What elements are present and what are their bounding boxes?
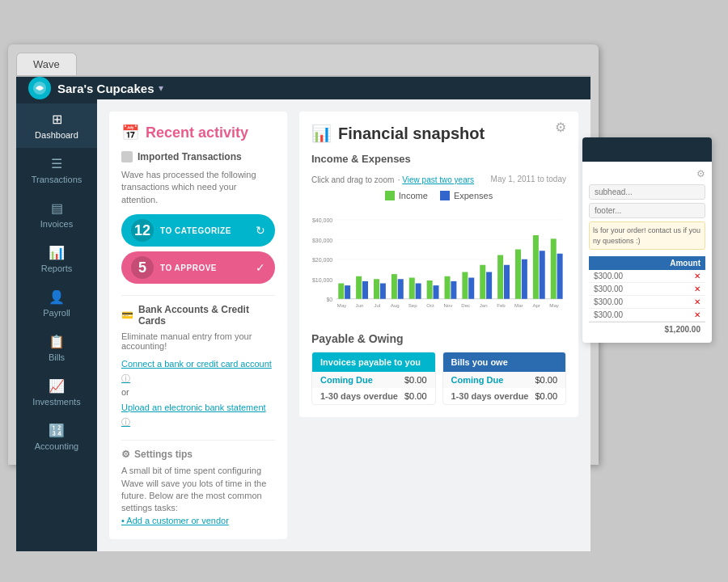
categorize-icon: ↻ — [256, 224, 265, 237]
approve-label: TO APPROVE — [160, 264, 256, 272]
svg-text:Dec: Dec — [461, 302, 470, 308]
app-logo — [28, 77, 51, 99]
svg-rect-35 — [551, 238, 557, 298]
upload-statement-link[interactable]: Upload an electronic bank statement ⓘ — [121, 403, 266, 427]
row2-amount: $300.00 — [594, 285, 623, 293]
bar-chart: $40,000 $30,000 $20,000 $10,000 $0 — [311, 207, 566, 320]
approve-button[interactable]: 5 TO APPROVE ✓ — [121, 251, 275, 284]
invoices-overdue-label: 1-30 days overdue — [320, 391, 398, 401]
sidebar-item-label: Bills — [49, 352, 65, 362]
sidebar-item-bills[interactable]: 📋 Bills — [16, 326, 97, 370]
categorize-button[interactable]: 12 TO CATEGORIZE ↻ — [121, 214, 275, 247]
sidebar-item-label: Investments — [32, 397, 80, 407]
overlay-subhead-input[interactable] — [589, 184, 705, 200]
sidebar: ⊞ Dashboard ☰ Transactions ▤ Invoices 📊 … — [16, 99, 97, 551]
svg-rect-23 — [445, 276, 451, 299]
svg-text:$10,000: $10,000 — [312, 277, 332, 283]
sidebar-item-label: Accounting — [35, 441, 78, 451]
svg-rect-21 — [427, 280, 433, 299]
reports-icon: 📊 — [49, 245, 65, 260]
or-text: or — [121, 387, 275, 397]
browser-tab[interactable]: Wave — [16, 53, 77, 75]
bills-owe-col: Bills you owe Coming Due $0.00 1-30 days… — [442, 352, 567, 405]
table-row: $300.00 ✕ — [589, 270, 705, 283]
left-panel: 📅 Recent activity Imported Transactions … — [109, 112, 287, 539]
sidebar-item-invoices[interactable]: ▤ Invoices — [16, 192, 97, 237]
bills-overdue-label: 1-30 days overdue — [451, 391, 529, 401]
sidebar-item-label: Payroll — [43, 308, 70, 318]
bills-icon: 📋 — [49, 334, 65, 349]
sidebar-item-reports[interactable]: 📊 Reports — [16, 237, 97, 281]
row3-amount: $300.00 — [594, 297, 623, 306]
tab-label: Wave — [33, 58, 60, 70]
main-layout: ⊞ Dashboard ☰ Transactions ▤ Invoices 📊 … — [16, 99, 590, 551]
svg-text:Sep: Sep — [408, 302, 417, 308]
income-expenses-header: Income & Expenses — [311, 153, 566, 165]
svg-rect-28 — [486, 272, 492, 299]
svg-text:Apr: Apr — [532, 302, 540, 308]
row1-delete-button[interactable]: ✕ — [694, 272, 700, 280]
invoices-overdue-row: 1-30 days overdue $0.00 — [312, 388, 435, 404]
bank-title: 💳 Bank Accounts & Credit Cards — [121, 304, 275, 327]
approve-icon: ✓ — [256, 261, 265, 274]
right-panel-wrapper: ⚙ 📊 Financial snapshot Income & Expenses… — [299, 112, 578, 539]
connect-bank-link[interactable]: Connect a bank or credit card account ⓘ — [121, 359, 272, 383]
settings-desc: A small bit of time spent configuring Wa… — [121, 465, 275, 515]
row3-delete-button[interactable]: ✕ — [694, 297, 700, 306]
sidebar-item-dashboard[interactable]: ⊞ Dashboard — [16, 103, 97, 148]
svg-rect-14 — [362, 281, 368, 299]
snapshot-gear-icon[interactable]: ⚙ — [555, 120, 566, 135]
payable-owing-section: Payable & Owing Invoices payable to you … — [311, 332, 566, 405]
row4-delete-button[interactable]: ✕ — [694, 310, 700, 319]
sidebar-item-investments[interactable]: 📈 Investments — [16, 370, 97, 415]
expenses-legend-dot — [440, 191, 450, 200]
bills-coming-due-row: Coming Due $0.00 — [443, 372, 566, 388]
svg-text:Jan: Jan — [480, 302, 488, 308]
dashboard-body: 📅 Recent activity Imported Transactions … — [97, 99, 590, 551]
snapshot-icon: 📊 — [311, 124, 332, 143]
bank-desc: Eliminate manual entry from your account… — [121, 331, 275, 351]
row2-delete-button[interactable]: ✕ — [694, 285, 700, 293]
svg-rect-16 — [380, 284, 386, 299]
overlay-gear-icon[interactable]: ⚙ — [589, 168, 705, 179]
svg-rect-31 — [515, 250, 521, 299]
settings-bullet[interactable]: • Add a customer or vendor — [121, 515, 275, 527]
bills-coming-due-label: Coming Due — [451, 375, 504, 385]
bank-icon: 💳 — [121, 310, 133, 321]
sidebar-item-transactions[interactable]: ☰ Transactions — [16, 148, 97, 192]
bank-section: 💳 Bank Accounts & Credit Cards Eliminate… — [121, 295, 275, 428]
browser-window: Wave Sara's Cupcakes ▾ ⊞ — [8, 44, 599, 465]
svg-text:May: May — [337, 302, 347, 308]
bills-coming-due-amount: $0.00 — [535, 375, 557, 385]
table-row: $300.00 ✕ — [589, 296, 705, 309]
svg-rect-19 — [409, 278, 415, 299]
overlay-table: Amount $300.00 ✕ $300.00 ✕ $300.00 ✕ $30… — [589, 256, 705, 336]
invoices-overdue-amount: $0.00 — [404, 391, 427, 401]
top-bar: Sara's Cupcakes ▾ — [16, 77, 590, 99]
content-area: 📅 Recent activity Imported Transactions … — [97, 99, 590, 551]
bills-overdue-amount: $0.00 — [535, 391, 557, 401]
svg-rect-24 — [451, 281, 456, 299]
overlay-footer-input[interactable] — [589, 203, 705, 218]
categorize-count: 12 — [131, 219, 154, 242]
settings-gear-icon: ⚙ — [121, 449, 130, 460]
company-dropdown-arrow[interactable]: ▾ — [159, 82, 163, 94]
imported-transactions-desc: Wave has processed the following transac… — [121, 169, 275, 206]
svg-text:Nov: Nov — [443, 302, 453, 308]
svg-rect-34 — [540, 251, 545, 299]
settings-section: ⚙ Settings tips A small bit of time spen… — [121, 440, 275, 527]
svg-rect-32 — [522, 259, 527, 299]
overlay-message: ls for your order! contact us if you ny … — [589, 221, 705, 250]
invoices-coming-due-amount: $0.00 — [404, 375, 427, 385]
svg-rect-18 — [398, 279, 404, 299]
invoices-coming-due-row: Coming Due $0.00 — [312, 372, 435, 388]
company-name: Sara's Cupcakes — [57, 82, 154, 95]
sidebar-item-payroll[interactable]: 👤 Payroll — [16, 281, 97, 326]
bills-overdue-row: 1-30 days overdue $0.00 — [443, 388, 566, 404]
calendar-icon: 📅 — [121, 124, 139, 141]
view-past-link[interactable]: View past two years — [402, 175, 474, 184]
invoices-payable-col: Invoices payable to you Coming Due $0.00… — [311, 352, 436, 405]
app-container: Sara's Cupcakes ▾ ⊞ Dashboard ☰ Transact… — [16, 77, 590, 465]
sidebar-item-accounting[interactable]: 🔢 Accounting — [16, 415, 97, 459]
row4-amount: $300.00 — [594, 310, 623, 319]
